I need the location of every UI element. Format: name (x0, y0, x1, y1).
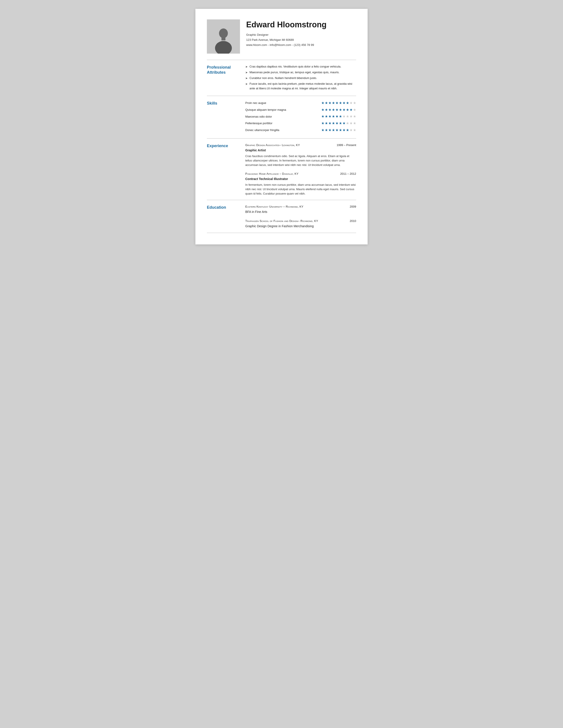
professional-attributes-content: ➤Cras dapibus dapibus nis. Vestibulum qu… (245, 64, 356, 92)
website-email-phone: www.hloom.com - info@hloom.com - (123) 4… (246, 42, 356, 47)
edu-year: 2010 (350, 219, 356, 223)
exp-description: In fermentum, lorem non cursus porttitor… (245, 183, 356, 196)
arrow-icon: ➤ (245, 65, 248, 69)
list-item: ➤Cras dapibus dapibus nis. Vestibulum qu… (245, 64, 356, 69)
address: 123 Park Avenue, Michigan MI 60689 (246, 37, 356, 42)
experience-entry: Graphic Design Associates– Lexington, KY… (245, 143, 356, 167)
education-section: Education Eastern Kentucky University – … (207, 200, 356, 233)
experience-section: Experience Graphic Design Associates– Le… (207, 139, 356, 200)
exp-description: Cras faucibus condimentum odio. Sed ac l… (245, 154, 356, 167)
job-title: Graphic Designer (246, 32, 356, 37)
svg-rect-2 (221, 37, 225, 40)
list-item: ➤Maecenas pede purus, tristique ac, temp… (245, 70, 356, 75)
contact-info: Graphic Designer 123 Park Avenue, Michig… (246, 32, 356, 48)
experience-label: Experience (207, 143, 240, 196)
full-name: Edward Hloomstrong (246, 20, 356, 29)
education-entry: Eastern Kentucky University – Richmond, … (245, 205, 356, 214)
exp-date: 1999 – Present (337, 143, 356, 147)
skill-stars: ★★★★★★★★★★ (321, 121, 356, 126)
professional-attributes-section: Professional Attributes ➤Cras dapibus da… (207, 60, 356, 96)
resume-page: Edward Hloomstrong Graphic Designer 123 … (195, 9, 368, 244)
skill-stars: ★★★★★★★★★★ (321, 128, 356, 133)
skills-content: Proin nec augue ★★★★★★★★★★ Quisque aliqu… (245, 100, 356, 134)
education-header: Eastern Kentucky University – Richmond, … (245, 205, 356, 209)
svg-point-0 (219, 28, 228, 38)
edu-degree: BFA in Fine Arts (245, 210, 356, 214)
header-info: Edward Hloomstrong Graphic Designer 123 … (246, 19, 356, 48)
experience-header: Graphic Design Associates– Lexington, KY… (245, 143, 356, 147)
exp-company: Graphic Design Associates– Lexington, KY (245, 143, 300, 147)
edu-year: 2009 (350, 205, 356, 209)
skill-stars: ★★★★★★★★★★ (321, 100, 356, 106)
exp-date: 2011 – 2012 (340, 172, 356, 176)
education-content: Eastern Kentucky University – Richmond, … (245, 205, 356, 229)
skill-row: Quisque aliquam tempor magna ★★★★★★★★★★ (245, 107, 356, 113)
header-section: Edward Hloomstrong Graphic Designer 123 … (207, 19, 356, 54)
exp-title: Graphic Artist (245, 148, 356, 153)
experience-header: Panasonic Home Appliance – Danville, KY … (245, 172, 356, 176)
skill-row: Donec ullamcorper fringilla ★★★★★★★★★★ (245, 128, 356, 133)
edu-degree: Graphic Design Degree in Fashion Merchan… (245, 224, 356, 229)
list-item: ➤Fusce iaculis, est quis lacinia pretium… (245, 82, 356, 90)
arrow-icon: ➤ (245, 70, 248, 75)
exp-title: Contract Technical Illustrator (245, 177, 356, 182)
skills-label: Skills (207, 100, 240, 134)
skill-row: Pellentesque porttitor ★★★★★★★★★★ (245, 121, 356, 126)
education-header: Traphagen School of Fashion and Design– … (245, 219, 356, 223)
list-item: ➤Curabitur non eros. Nullam hendrerit bi… (245, 76, 356, 81)
arrow-icon: ➤ (245, 82, 248, 86)
arrow-icon: ➤ (245, 76, 248, 81)
svg-point-3 (215, 41, 232, 54)
avatar (207, 19, 240, 54)
education-label: Education (207, 205, 240, 229)
skills-section: Skills Proin nec augue ★★★★★★★★★★ Quisqu… (207, 96, 356, 139)
attributes-list: ➤Cras dapibus dapibus nis. Vestibulum qu… (245, 64, 356, 91)
skill-stars: ★★★★★★★★★★ (321, 107, 356, 113)
edu-school: Eastern Kentucky University – Richmond, … (245, 205, 304, 209)
experience-content: Graphic Design Associates– Lexington, KY… (245, 143, 356, 196)
edu-school: Traphagen School of Fashion and Design– … (245, 219, 318, 223)
skill-row: Maecenas odio dolor ★★★★★★★★★★ (245, 114, 356, 119)
silhouette-icon (213, 27, 233, 54)
professional-attributes-label: Professional Attributes (207, 64, 240, 92)
exp-company: Panasonic Home Appliance – Danville, KY (245, 172, 299, 176)
skill-row: Proin nec augue ★★★★★★★★★★ (245, 100, 356, 106)
experience-entry: Panasonic Home Appliance – Danville, KY … (245, 172, 356, 196)
education-entry: Traphagen School of Fashion and Design– … (245, 219, 356, 229)
skill-stars: ★★★★★★★★★★ (321, 114, 356, 119)
